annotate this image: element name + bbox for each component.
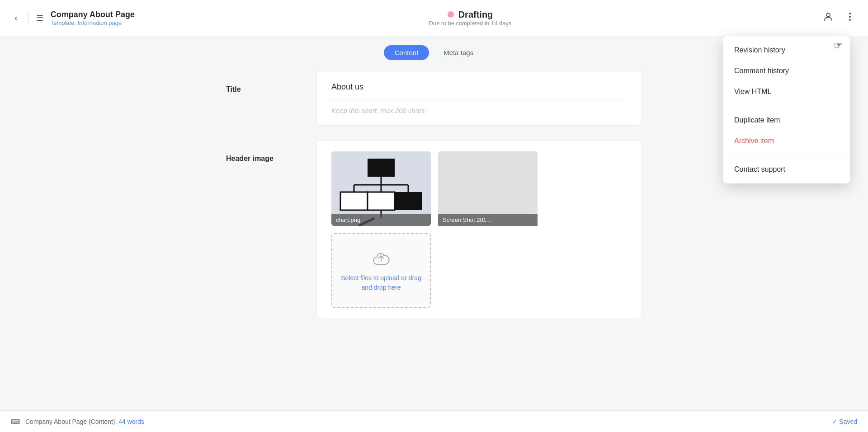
svg-point-0 [826,13,830,17]
saved-status: ✓ Saved [832,418,857,425]
bottom-left: ⌨ Company About Page (Content): 44 words [11,418,144,425]
title-section: Title Keep this short, max 200 chars [226,71,642,126]
dropdown-group-1: Revision history Comment history View HT… [723,36,850,106]
svg-rect-11 [368,192,395,210]
main-content: Title Keep this short, max 200 chars Hea… [145,60,723,344]
title-input[interactable] [331,82,627,92]
title-label: Title [226,71,316,126]
bottom-bar: ⌨ Company About Page (Content): 44 words… [0,410,868,432]
status-dot [448,11,454,18]
svg-point-2 [849,16,851,18]
header-center: Drafting Due to be completed in 14 days [137,9,803,27]
avatar-button[interactable] [821,9,835,26]
status-row: Drafting [448,9,493,20]
comment-history-item[interactable]: Comment history [723,61,850,81]
upload-text: Select files to upload or dragand drop h… [341,273,421,292]
view-html-item[interactable]: View HTML [723,81,850,102]
due-prefix: Due to be completed [429,20,483,27]
cloud-upload-icon [372,249,391,268]
keyboard-icon: ⌨ [11,418,20,425]
header-image-content: chart.png Screen Shot 201... Sele [316,140,642,319]
upload-icon [372,249,391,270]
dropdown-menu: Revision history Comment history View HT… [723,36,850,183]
header-image-label: Header image [226,140,316,319]
page-template: Template: Information page [51,19,135,26]
image-thumb-screenshot[interactable]: Screen Shot 201... [438,151,538,226]
image-grid: chart.png Screen Shot 201... Sele [331,151,627,308]
dropdown-group-2: Duplicate item Archive item [723,106,850,155]
contact-support-item[interactable]: Contact support [723,159,850,180]
hamburger-icon[interactable]: ☰ [36,13,43,23]
upload-link[interactable]: Select files to upload [341,274,399,282]
svg-point-1 [849,13,851,14]
more-button[interactable] [843,9,857,26]
more-icon [844,11,855,22]
svg-rect-12 [395,192,422,210]
due-text: Due to be completed in 14 days [429,20,512,27]
header-image-section: Header image [226,140,642,319]
title-divider [331,99,627,99]
status-label: Drafting [458,9,493,20]
header-divider [28,11,29,25]
due-link[interactable]: in 14 days [485,20,511,27]
title-content: Keep this short, max 200 chars [316,71,642,126]
dropdown-group-3: Contact support [723,155,850,183]
revision-history-item[interactable]: Revision history [723,40,850,61]
archive-item[interactable]: Archive item [723,131,850,151]
header: ‹ ☰ Company About Page Template: Informa… [0,0,868,36]
svg-rect-10 [340,192,368,210]
avatar-icon [823,11,834,22]
word-count-label: Company About Page (Content): 44 words [25,418,144,425]
page-info: Company About Page Template: Information… [51,10,135,26]
upload-area[interactable]: Select files to upload or dragand drop h… [331,233,431,308]
tab-content[interactable]: Content [384,45,429,60]
header-left: ‹ ☰ Company About Page Template: Informa… [11,10,137,26]
back-button[interactable]: ‹ [11,11,21,25]
chart-filename: chart.png [331,214,431,226]
template-prefix: Template: [51,19,76,26]
svg-point-3 [849,19,851,21]
saved-label: ✓ Saved [832,418,857,425]
tab-meta-tags[interactable]: Meta tags [433,45,484,60]
svg-rect-4 [368,159,395,177]
screenshot-filename: Screen Shot 201... [438,214,538,226]
word-count[interactable]: 44 words [118,418,144,425]
duplicate-item[interactable]: Duplicate item [723,110,850,131]
title-hint: Keep this short, max 200 chars [331,107,627,114]
header-right [803,9,857,26]
image-thumb-chart[interactable]: chart.png [331,151,431,226]
template-link[interactable]: Information page [78,19,122,26]
page-title: Company About Page [51,10,135,19]
